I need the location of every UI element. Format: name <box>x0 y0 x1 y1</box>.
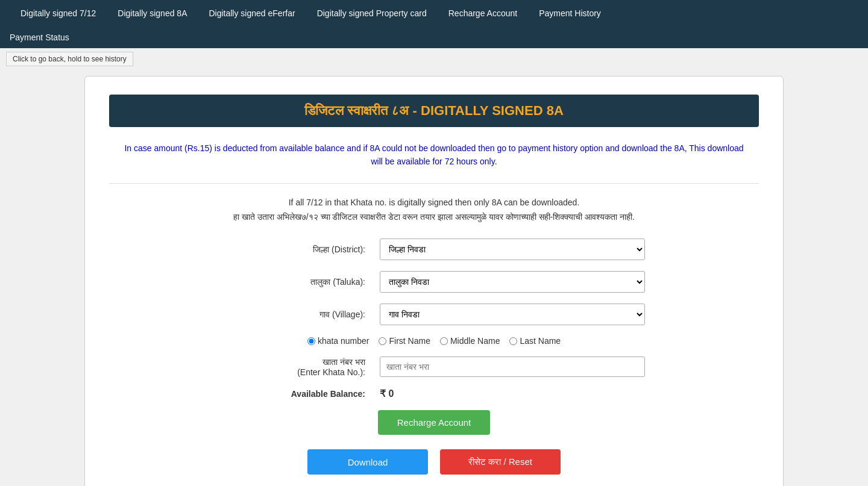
back-tooltip[interactable]: Click to go back, hold to see history <box>6 52 133 66</box>
district-select[interactable]: जिल्हा निवडा <box>380 238 645 260</box>
info-text: In case amount (Rs.15) is deducted from … <box>109 142 759 169</box>
page-title-separator: - <box>413 103 421 118</box>
radio-firstname[interactable]: First Name <box>379 336 430 346</box>
page-title-marathi: डिजिटल स्वाक्षरीत ८अ <box>304 103 409 118</box>
radio-khata-label: khata number <box>318 336 370 346</box>
nav-property[interactable]: Digitally signed Property card <box>306 0 438 26</box>
district-row: जिल्हा (District): जिल्हा निवडा <box>223 238 645 260</box>
khata-input[interactable] <box>380 357 645 377</box>
radio-middlename-input[interactable] <box>440 337 448 345</box>
taluka-row: तालुका (Taluka): तालुका निवडा <box>223 271 645 293</box>
navbar: Digitally signed 7/12 Digitally signed 8… <box>0 0 868 48</box>
radio-middlename[interactable]: Middle Name <box>440 336 500 346</box>
page-title-banner: डिजिटल स्वाक्षरीत ८अ - DIGITALLY SIGNED … <box>109 95 759 127</box>
taluka-select[interactable]: तालुका निवडा <box>380 271 645 293</box>
radio-middlename-label: Middle Name <box>450 336 500 346</box>
form-section: जिल्हा (District): जिल्हा निवडा तालुका (… <box>223 238 645 475</box>
radio-lastname-input[interactable] <box>509 337 517 345</box>
radio-lastname-label: Last Name <box>520 336 561 346</box>
nav-8a[interactable]: Digitally signed 8A <box>107 0 198 26</box>
radio-lastname[interactable]: Last Name <box>509 336 561 346</box>
khata-label-english: (Enter Khata No.): <box>297 367 365 377</box>
nav-recharge[interactable]: Recharge Account <box>438 0 528 26</box>
action-buttons: Download रीसेट करा / Reset <box>223 449 645 475</box>
nav-payment-history[interactable]: Payment History <box>528 0 612 26</box>
village-select[interactable]: गाव निवडा <box>380 304 645 325</box>
village-label: गाव (Village): <box>223 310 380 320</box>
khata-label: खाता नंबर भरा (Enter Khata No.): <box>223 357 380 377</box>
main-container: डिजिटल स्वाक्षरीत ८अ - DIGITALLY SIGNED … <box>84 76 784 486</box>
search-type-radio-group: khata number First Name Middle Name Last… <box>223 336 645 346</box>
balance-label: Available Balance: <box>223 389 380 399</box>
nav-712[interactable]: Digitally signed 7/12 <box>10 0 107 26</box>
khata-row: खाता नंबर भरा (Enter Khata No.): <box>223 357 645 377</box>
district-label: जिल्हा (District): <box>223 245 380 255</box>
radio-firstname-input[interactable] <box>379 337 386 345</box>
reset-button[interactable]: रीसेट करा / Reset <box>440 449 561 475</box>
taluka-label: तालुका (Taluka): <box>223 277 380 287</box>
download-button[interactable]: Download <box>307 449 428 475</box>
village-row: गाव (Village): गाव निवडा <box>223 304 645 325</box>
radio-khata[interactable]: khata number <box>307 336 370 346</box>
balance-value: ₹ 0 <box>380 388 394 399</box>
desc-line2: हा खाते उतारा अभिलेख७/१२ च्या डीजिटल स्व… <box>109 210 759 225</box>
description-block: If all 7/12 in that Khata no. is digital… <box>109 196 759 225</box>
nav-eferfar[interactable]: Digitally signed eFerfar <box>198 0 306 26</box>
recharge-button[interactable]: Recharge Account <box>378 410 491 435</box>
divider-1 <box>109 183 759 184</box>
balance-row: Available Balance: ₹ 0 <box>223 388 645 399</box>
radio-firstname-label: First Name <box>389 336 430 346</box>
desc-line1: If all 7/12 in that Khata no. is digital… <box>109 196 759 210</box>
radio-khata-input[interactable] <box>307 337 315 345</box>
khata-label-marathi: खाता नंबर भरा <box>322 357 365 367</box>
nav-payment-status[interactable]: Payment Status <box>10 26 80 48</box>
page-title-english: DIGITALLY SIGNED 8A <box>421 103 564 118</box>
